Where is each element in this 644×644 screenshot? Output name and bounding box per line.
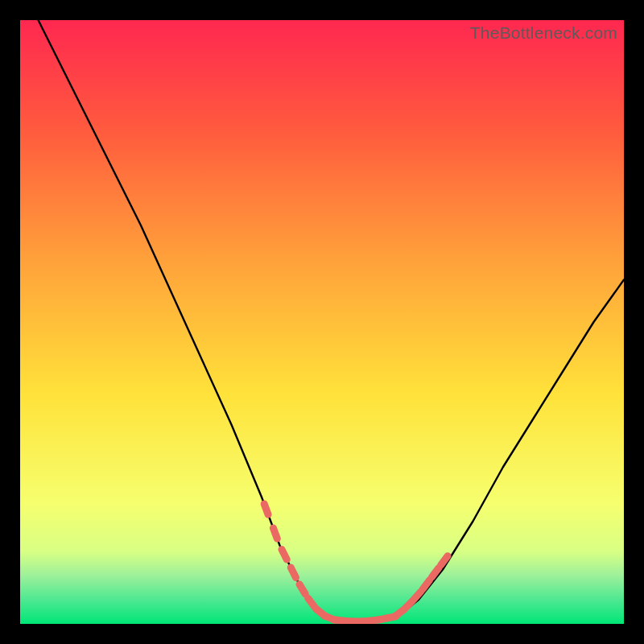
highlight-dash: [291, 568, 295, 578]
highlight-dash: [264, 504, 268, 514]
highlight-dash: [299, 584, 305, 594]
gradient-background: [20, 20, 624, 624]
watermark-text: TheBottleneck.com: [470, 23, 617, 43]
highlight-dash: [273, 528, 277, 539]
chart-frame: TheBottleneck.com: [20, 20, 624, 624]
highlight-dash: [282, 549, 287, 559]
chart-canvas: [20, 20, 624, 624]
